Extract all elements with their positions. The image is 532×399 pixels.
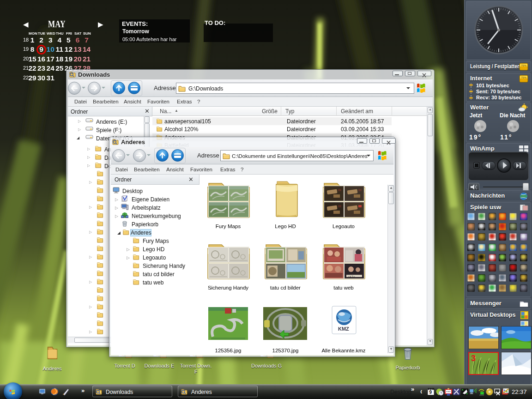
- svg-text:t.A.T.u: t.A.T.u: [348, 275, 355, 278]
- svg-text:75%: 75%: [521, 64, 527, 67]
- svg-text:75%: 75%: [521, 76, 527, 79]
- svg-text:3: 3: [471, 354, 476, 363]
- svg-text:KMZ: KMZ: [338, 326, 349, 332]
- svg-text:9: 9: [429, 390, 432, 395]
